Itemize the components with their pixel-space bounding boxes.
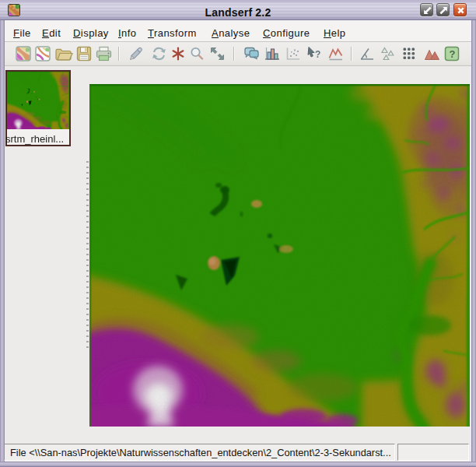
svg-text:?: ? [450,48,456,60]
svg-text:?: ? [315,49,320,60]
